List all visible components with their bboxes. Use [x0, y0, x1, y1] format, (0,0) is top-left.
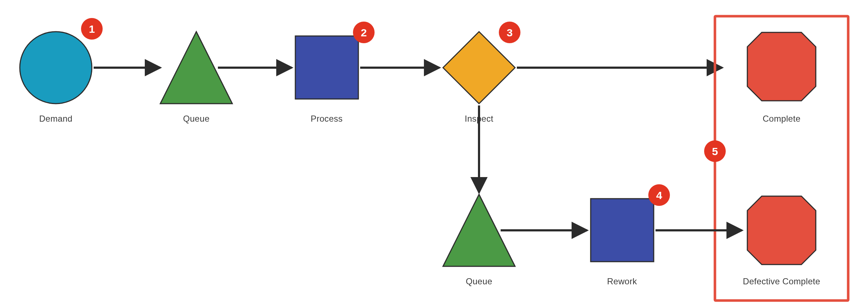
node-complete: Complete	[747, 32, 816, 123]
badge-3-text: 3	[507, 27, 513, 39]
complete-shape	[747, 32, 816, 101]
demand-shape	[20, 32, 92, 104]
badge-4-text: 4	[656, 189, 662, 201]
complete-label: Complete	[762, 114, 800, 123]
process-shape	[295, 36, 358, 99]
rework-label: Rework	[607, 276, 637, 286]
badge-1-text: 1	[89, 23, 95, 35]
inspect-shape	[443, 32, 515, 104]
badge-2-text: 2	[361, 27, 367, 39]
node-defective-complete: Defective Complete	[743, 196, 820, 286]
queue-1-label: Queue	[183, 114, 210, 123]
node-process: Process 2	[295, 22, 375, 123]
rework-shape	[591, 199, 654, 262]
demand-label: Demand	[39, 114, 73, 123]
queue-2-label: Queue	[466, 276, 492, 286]
node-queue-1: Queue	[160, 32, 232, 123]
defective-label: Defective Complete	[743, 276, 820, 286]
node-inspect: Inspect 3	[443, 22, 520, 123]
badge-5-text: 5	[712, 145, 718, 157]
process-flow-diagram: Demand 1 Queue Process 2 Inspect 3 5 Com…	[0, 0, 868, 307]
node-demand: Demand 1	[20, 18, 103, 123]
defective-shape	[747, 196, 816, 265]
node-queue-2: Queue	[443, 194, 515, 286]
node-rework: Rework 4	[591, 184, 670, 286]
process-label: Process	[311, 114, 343, 123]
